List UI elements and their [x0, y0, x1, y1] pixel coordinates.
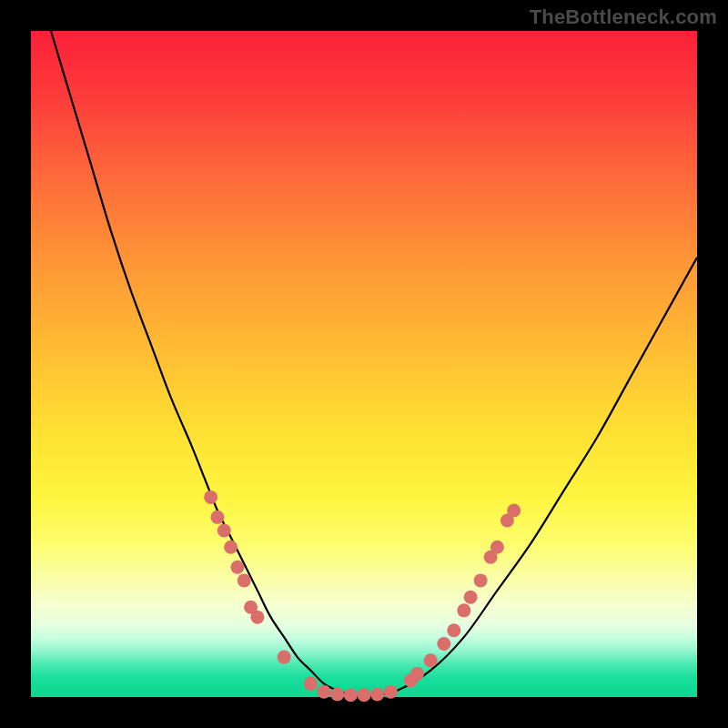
data-point-dot — [318, 685, 331, 699]
data-point-dot — [238, 573, 251, 587]
data-point-dot — [250, 611, 264, 624]
data-point-dot — [304, 677, 318, 691]
data-point-dot — [217, 524, 231, 538]
data-point-dot — [210, 511, 224, 524]
data-point-dot — [384, 685, 398, 699]
chart-plot-area — [31, 31, 697, 697]
data-point-dot — [204, 490, 217, 504]
data-point-dot — [424, 653, 438, 667]
data-point-group — [204, 490, 521, 702]
bottleneck-curve-line — [51, 31, 697, 697]
data-point-dot — [474, 573, 488, 587]
data-point-dot — [464, 591, 478, 604]
data-point-dot — [410, 667, 424, 681]
data-point-dot — [447, 623, 460, 637]
data-point-dot — [230, 561, 244, 574]
data-point-dot — [437, 637, 450, 651]
watermark-text: TheBottleneck.com — [530, 5, 717, 29]
data-point-dot — [358, 688, 371, 702]
data-point-dot — [344, 688, 358, 702]
data-point-dot — [224, 541, 238, 554]
bottleneck-chart-svg — [31, 31, 697, 697]
data-point-dot — [490, 541, 504, 554]
data-point-dot — [370, 688, 384, 702]
data-point-dot — [457, 603, 470, 617]
data-point-dot — [278, 651, 291, 664]
data-point-dot — [507, 504, 521, 518]
data-point-dot — [330, 688, 344, 702]
